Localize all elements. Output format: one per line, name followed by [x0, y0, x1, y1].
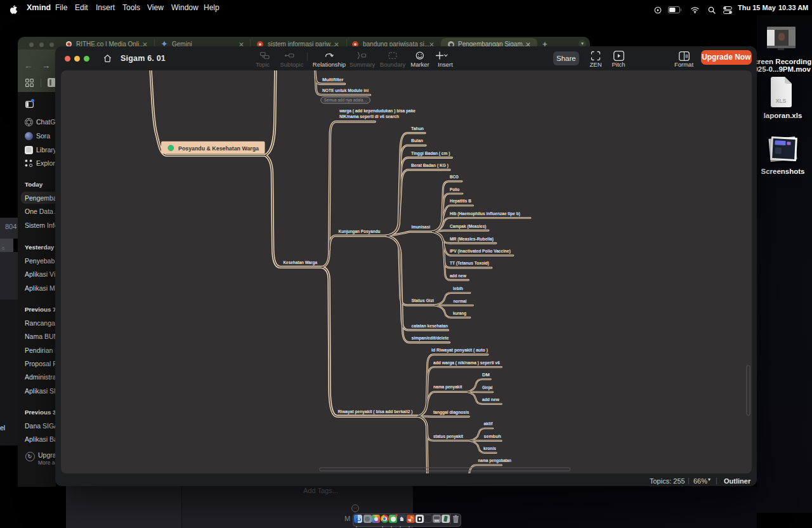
svg-text:Kunjungan Posyandu: Kunjungan Posyandu	[339, 228, 381, 234]
svg-text:catatan kesehatan: catatan kesehatan	[412, 323, 449, 329]
svg-text:Riwayat penyakit ( bisa add be: Riwayat penyakit ( bisa add berkali2 )	[338, 409, 413, 414]
svg-text:Hib (Haemophilus influenzae ti: Hib (Haemophilus influenzae tipe b)	[450, 211, 520, 216]
svg-text:Status Gizi: Status Gizi	[412, 298, 435, 303]
svg-text:normal: normal	[454, 298, 467, 304]
svg-text:tanggal diagnosis: tanggal diagnosis	[433, 409, 469, 415]
svg-text:MR (Measles-Rubella): MR (Measles-Rubella)	[450, 236, 494, 242]
svg-text:warga ( add kependudukan ) bis: warga ( add kependudukan ) bisa pake	[339, 108, 416, 114]
svg-text:Tahun: Tahun	[411, 126, 424, 131]
svg-text:lebih: lebih	[453, 286, 463, 291]
svg-text:Semua add nya adala…: Semua add nya adala…	[324, 97, 367, 103]
svg-text:IPV (Inactivated Polio Vaccine: IPV (Inactivated Polio Vaccine)	[450, 248, 511, 254]
svg-text:add warga ( nik/nama ) seperti: add warga ( nik/nama ) seperti v6	[433, 360, 501, 366]
svg-text:add new: add new	[450, 273, 467, 279]
svg-text:aktif: aktif	[484, 421, 493, 426]
svg-text:Berat Badan ( KG ): Berat Badan ( KG )	[411, 162, 449, 168]
svg-text:nama pengobatan: nama pengobatan	[478, 458, 512, 463]
svg-text:kurang: kurang	[453, 310, 466, 316]
svg-text:nama penyakit: nama penyakit	[433, 384, 462, 390]
svg-text:Bulan: Bulan	[411, 138, 423, 143]
svg-text:Polio: Polio	[450, 187, 460, 192]
svg-text:Imunisasi: Imunisasi	[412, 224, 431, 230]
svg-text:NOTE untuk Module ini: NOTE untuk Module ini	[322, 88, 369, 93]
svg-text:Kesehatan Warga: Kesehatan Warga	[284, 260, 318, 265]
svg-text:DM: DM	[482, 372, 490, 378]
svg-text:Ginjal: Ginjal	[482, 385, 493, 390]
svg-text:kronis: kronis	[483, 446, 497, 451]
svg-text:Tinggi Badan ( cm ): Tinggi Badan ( cm )	[411, 150, 450, 156]
svg-text:B: B	[685, 53, 688, 58]
svg-text:Posyandu & Kesehatan Warga: Posyandu & Kesehatan Warga	[178, 145, 259, 152]
svg-text:NIK/nama seperti di v6 search: NIK/nama seperti di v6 search	[339, 114, 399, 119]
svg-text:Hepatitis B: Hepatitis B	[450, 198, 471, 204]
svg-text:sembuh: sembuh	[484, 433, 502, 439]
svg-text:add new: add new	[482, 397, 500, 402]
svg-text:Id Riwayat penyakit ( auto ): Id Riwayat penyakit ( auto )	[431, 347, 488, 353]
svg-text:Multifilter: Multifilter	[322, 77, 344, 82]
svg-text:XLS: XLS	[776, 98, 787, 104]
svg-text:status penyakit: status penyakit	[433, 433, 463, 439]
svg-text:Campak (Measles): Campak (Measles)	[450, 223, 487, 229]
svg-text:TT (Tetanus Toxoid): TT (Tetanus Toxoid)	[450, 260, 489, 266]
svg-text:BCG: BCG	[450, 174, 459, 180]
svg-text:simpan/edit/delete: simpan/edit/delete	[412, 335, 450, 341]
